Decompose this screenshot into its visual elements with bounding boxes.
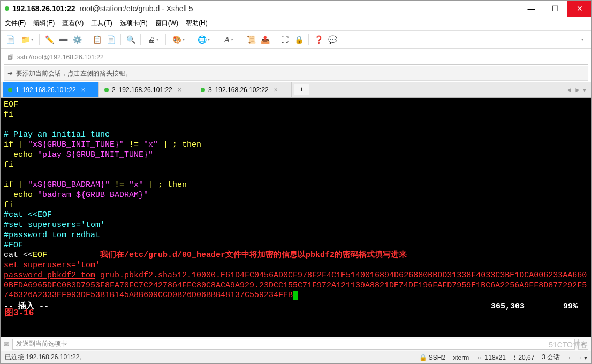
- separator: [140, 34, 141, 46]
- mode-dropdown[interactable]: ▾: [578, 339, 588, 350]
- scroll-pct: 99%: [563, 302, 578, 311]
- connection-dot-icon: [5, 6, 9, 11]
- compose-input[interactable]: 发送到当前选项卡: [12, 339, 575, 350]
- menu-window[interactable]: 窗口(W): [155, 19, 178, 28]
- minimize-button[interactable]: —: [519, 1, 543, 17]
- tab-close-icon[interactable]: ×: [81, 86, 85, 94]
- encoding-icon[interactable]: 🌐▾: [194, 33, 212, 46]
- cursor-pos: 365,303: [491, 302, 525, 311]
- tab-next-icon[interactable]: ►: [574, 86, 581, 94]
- annotation-text: 我们在/etc/grub.d/00_header文件中将加密的信息以pbkdf2…: [100, 251, 407, 260]
- tab-label: 192.168.26.101:22: [22, 86, 76, 94]
- separator: [191, 34, 191, 46]
- separator: [308, 34, 309, 46]
- cursor-icon: [293, 291, 298, 300]
- toolbar-overflow-icon[interactable]: ▾: [575, 33, 588, 46]
- hint-text: 要添加当前会话，点击左侧的箭头按钮。: [16, 69, 132, 78]
- compose-bar: ✉ 发送到当前选项卡 ▾: [1, 337, 591, 351]
- status-size: ↔ 118x21: [476, 354, 506, 361]
- find-icon[interactable]: 🔍: [124, 33, 137, 46]
- close-button[interactable]: ✕: [567, 1, 591, 17]
- status-dot-icon: [104, 88, 109, 92]
- tab-bar: 1 192.168.26.101:22 × 2 192.168.26.101:2…: [1, 82, 591, 98]
- status-dot-icon: [8, 88, 12, 92]
- open-icon[interactable]: 📁▾: [18, 33, 36, 46]
- window-title: 192.168.26.101:22: [12, 4, 75, 13]
- status-term: xterm: [453, 354, 469, 361]
- tab-close-icon[interactable]: ×: [274, 86, 278, 94]
- feedback-icon[interactable]: 💬: [326, 33, 339, 46]
- status-nav[interactable]: ← → ▾: [567, 354, 587, 361]
- menubar: 文件(F) 编辑(E) 查看(V) 工具(T) 选项卡(B) 窗口(W) 帮助(…: [1, 17, 591, 31]
- print-icon[interactable]: 🖨▾: [144, 33, 162, 46]
- status-dot-icon: [201, 88, 205, 92]
- tab-session-1[interactable]: 1 192.168.26.101:22 ×: [3, 82, 99, 97]
- send-icon[interactable]: ✉: [4, 340, 9, 348]
- address-bar[interactable]: 🗐 ssh://root@192.168.26.101:22: [4, 50, 588, 65]
- menu-help[interactable]: 帮助(H): [186, 19, 208, 28]
- window-subtitle: root@station:/etc/grub.d - Xshell 5: [80, 4, 193, 13]
- help-icon[interactable]: ❓: [312, 33, 325, 46]
- script-icon[interactable]: 📜: [245, 33, 257, 46]
- properties-icon[interactable]: ⚙️: [71, 33, 84, 46]
- menu-view[interactable]: 查看(V): [62, 19, 84, 28]
- status-sessions: 3 会话: [542, 353, 560, 362]
- status-rowcol: ⫶ 20,67: [513, 354, 534, 361]
- hint-bar: ➜ 要添加当前会话，点击左侧的箭头按钮。: [4, 66, 588, 81]
- vim-status-line: -- 插入 -- 365,303 99%: [4, 302, 588, 312]
- menu-edit[interactable]: 编辑(E): [33, 19, 55, 28]
- add-tab-button[interactable]: +: [294, 84, 309, 95]
- font-icon[interactable]: A▾: [219, 33, 238, 46]
- terminal-output: EOF fi # Play an initial tune if [ "x${G…: [4, 100, 588, 301]
- tab-label: 192.168.26.101:22: [119, 86, 172, 94]
- tab-menu-icon[interactable]: ▾: [583, 86, 586, 94]
- separator: [275, 34, 275, 46]
- separator: [39, 34, 40, 46]
- menu-file[interactable]: 文件(F): [5, 19, 26, 28]
- maximize-button[interactable]: ☐: [543, 1, 567, 17]
- window-buttons: — ☐ ✕: [519, 1, 591, 17]
- status-ssh: 🔒 SSH2: [419, 354, 446, 361]
- menu-tools[interactable]: 工具(T): [91, 19, 112, 28]
- session-icon: 🗐: [7, 54, 14, 61]
- arrow-icon[interactable]: ➜: [7, 70, 13, 77]
- tab-index: 1: [16, 86, 19, 94]
- tab-index: 2: [112, 86, 116, 94]
- status-bar: 已连接 192.168.26.101:22。 🔒 SSH2 xterm ↔ 11…: [1, 351, 591, 363]
- tab-prev-icon[interactable]: ◄: [566, 86, 572, 94]
- tab-session-3[interactable]: 3 192.168.26.102:22 ×: [195, 82, 292, 97]
- paste-icon[interactable]: 📄: [104, 33, 117, 46]
- new-session-icon[interactable]: 📄: [4, 33, 17, 46]
- separator: [216, 34, 216, 46]
- toolbar: 📄 📁▾ ✏️ ➖ ⚙️ 📋 📄 🔍 🖨▾ 🎨▾ 🌐▾ A▾ 📜 📤 ⛶ 🔒 ❓…: [1, 31, 591, 49]
- separator: [165, 34, 166, 46]
- color-scheme-icon[interactable]: 🎨▾: [169, 33, 187, 46]
- reconnect-icon[interactable]: ✏️: [43, 33, 56, 46]
- address-text: ssh://root@192.168.26.101:22: [17, 54, 104, 61]
- tab-close-icon[interactable]: ×: [178, 86, 181, 94]
- lock-icon[interactable]: 🔒: [292, 33, 305, 46]
- titlebar: 192.168.26.101:22 root@station:/etc/grub…: [1, 1, 591, 17]
- separator: [241, 34, 241, 46]
- figure-label: 图3-16: [5, 308, 34, 318]
- tab-nav: ◄ ► ▾: [566, 82, 589, 97]
- tab-label: 192.168.26.102:22: [215, 86, 269, 94]
- separator: [120, 34, 121, 46]
- menu-tabs[interactable]: 选项卡(B): [120, 19, 148, 28]
- separator: [87, 34, 87, 46]
- copy-icon[interactable]: 📋: [90, 33, 103, 46]
- tab-index: 3: [208, 86, 212, 94]
- transfer-icon[interactable]: 📤: [259, 33, 271, 46]
- fullscreen-icon[interactable]: ⛶: [278, 33, 291, 46]
- tab-session-2[interactable]: 2 192.168.26.101:22 ×: [99, 82, 195, 97]
- status-connection: 已连接 192.168.26.101:22。: [5, 353, 86, 362]
- disconnect-icon[interactable]: ➖: [57, 33, 70, 46]
- terminal[interactable]: EOF fi # Play an initial tune if [ "x${G…: [1, 98, 591, 337]
